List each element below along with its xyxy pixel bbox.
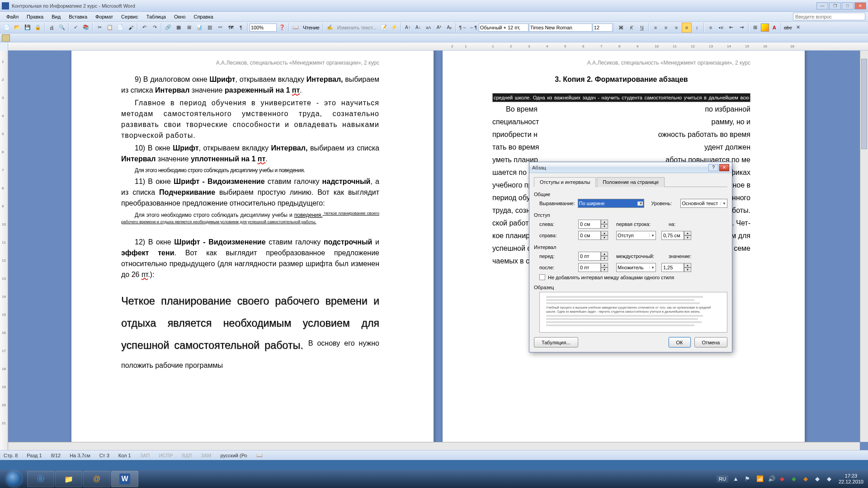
rtl-icon[interactable]: ←¶ xyxy=(468,23,478,33)
borders-icon[interactable]: ⊞ xyxy=(750,23,760,33)
help-icon[interactable]: ❓ xyxy=(277,23,287,33)
vertical-scrollbar[interactable] xyxy=(860,51,868,442)
zoom-selector[interactable] xyxy=(250,23,277,32)
style-selector[interactable] xyxy=(479,23,528,32)
table-border-icon[interactable]: ▦ xyxy=(174,23,184,33)
dialog-titlebar[interactable]: Абзац ? ✕ xyxy=(529,162,732,173)
tray-app5-icon[interactable]: ◆ xyxy=(827,475,834,483)
line-spacing-value-spinner[interactable]: ▲▼ xyxy=(661,263,692,272)
dialog-help-button[interactable]: ? xyxy=(708,164,718,171)
help-search-input[interactable] xyxy=(793,13,865,20)
horizontal-scrollbar[interactable] xyxy=(8,442,860,450)
left-indent-spinner[interactable]: ▲▼ xyxy=(578,220,609,229)
line-spacing-selector[interactable]: Множитель▼ xyxy=(616,263,656,272)
document-page-left[interactable]: А.А.Лесиков, специальность «Менеджмент о… xyxy=(71,51,434,442)
doc-map-icon[interactable]: 🗺 xyxy=(226,23,236,33)
bullet-list-icon[interactable]: •≡ xyxy=(716,23,726,33)
start-button[interactable] xyxy=(2,470,26,488)
align-center-icon[interactable]: ≡ xyxy=(661,23,671,33)
tab-indents[interactable]: Отступы и интервалы xyxy=(534,177,596,187)
vertical-ruler[interactable]: 12 34 56 78 910 1112 1314 1516 1718 1920… xyxy=(0,51,8,450)
menu-help[interactable]: Справка xyxy=(190,13,217,20)
excel-icon[interactable]: 📊 xyxy=(194,23,204,33)
numbered-list-icon[interactable]: ≡ xyxy=(706,23,716,33)
language-indicator[interactable]: RU xyxy=(717,475,728,483)
before-spinner[interactable]: ▲▼ xyxy=(578,252,609,261)
tab-position[interactable]: Положение на странице xyxy=(597,177,665,187)
line-spacing-icon[interactable]: ↕ xyxy=(692,23,702,33)
align-right-icon[interactable]: ≡ xyxy=(671,23,681,33)
increase-indent-icon[interactable]: ⇥ xyxy=(737,23,747,33)
right-indent-spinner[interactable]: ▲▼ xyxy=(578,231,609,240)
italic-icon[interactable]: К xyxy=(627,23,637,33)
ltr-icon[interactable]: ¶→ xyxy=(458,23,468,33)
font-shrink-icon[interactable]: A↓ xyxy=(413,23,423,33)
decrease-indent-icon[interactable]: ⇤ xyxy=(726,23,736,33)
menu-table[interactable]: Таблица xyxy=(143,13,170,20)
font-color-icon[interactable]: A xyxy=(769,23,779,33)
tabs-button[interactable]: Табуляция... xyxy=(534,337,578,347)
underline-icon[interactable]: Ч xyxy=(637,23,647,33)
size-selector[interactable] xyxy=(593,23,613,32)
align-left-icon[interactable]: ≡ xyxy=(651,23,660,33)
close-button[interactable]: ✕ xyxy=(854,2,866,9)
subscript-icon[interactable]: A₂ xyxy=(444,23,454,33)
paste-icon[interactable]: 📄 xyxy=(115,23,125,33)
format-painter-icon[interactable]: 🖌 xyxy=(126,23,136,33)
restore-button[interactable]: ❐ xyxy=(829,2,841,9)
reading-label[interactable]: Чтение xyxy=(301,25,321,30)
columns-icon[interactable]: ▥ xyxy=(205,23,215,33)
save-icon[interactable]: 💾 xyxy=(23,23,33,33)
after-spinner[interactable]: ▲▼ xyxy=(578,263,609,272)
status-language[interactable]: русский (Ро xyxy=(220,453,247,458)
status-trackchanges[interactable]: ИСПР xyxy=(159,453,173,458)
menu-edit[interactable]: Правка xyxy=(23,13,47,20)
align-justify-icon[interactable]: ≡ xyxy=(682,23,692,33)
status-overtype[interactable]: ЗАМ xyxy=(201,453,211,458)
copy-icon[interactable]: 📋 xyxy=(105,23,115,33)
alignment-selector[interactable]: По ширине▼ xyxy=(578,199,644,208)
menu-file[interactable]: Файл xyxy=(3,13,22,20)
small-caps-icon[interactable]: aA xyxy=(424,23,434,33)
hyperlink-icon[interactable]: 🔗 xyxy=(163,23,173,33)
preview-icon[interactable]: 🔍 xyxy=(57,23,67,33)
toolbar-grip-icon[interactable] xyxy=(2,34,10,42)
menu-insert[interactable]: Вставка xyxy=(65,13,91,20)
first-line-selector[interactable]: Отступ▼ xyxy=(616,231,656,240)
cancel-button[interactable]: Отмена xyxy=(694,337,727,347)
menu-window[interactable]: Окно xyxy=(170,13,189,20)
horizontal-ruler[interactable]: 2 1 1 2 3 4 5 6 7 8 9 10 11 12 13 14 15 … xyxy=(0,42,868,51)
tray-network-icon[interactable]: 📶 xyxy=(756,475,764,483)
spellcheck-icon[interactable]: ✓ xyxy=(71,23,80,33)
tray-volume-icon[interactable]: 🔊 xyxy=(768,475,775,483)
permissions-icon[interactable]: 🔒 xyxy=(33,23,43,33)
open-icon[interactable]: 📂 xyxy=(12,23,22,33)
tray-app4-icon[interactable]: ◆ xyxy=(815,475,822,483)
tray-app2-icon[interactable]: ◆ xyxy=(792,475,799,483)
strikethrough-icon[interactable]: abc xyxy=(783,23,793,33)
autoformat-icon[interactable]: ⚡ xyxy=(389,23,399,33)
status-extend[interactable]: ВДЛ xyxy=(182,453,192,458)
bold-icon[interactable]: Ж xyxy=(616,23,626,33)
taskbar-mail[interactable]: @ xyxy=(83,471,110,487)
highlight-color-icon[interactable] xyxy=(761,23,769,32)
superscript-icon[interactable]: A² xyxy=(434,23,444,33)
drawing-icon[interactable]: ✏ xyxy=(215,23,225,33)
status-record[interactable]: ЗАП xyxy=(140,453,150,458)
tray-action-center-icon[interactable]: ⚑ xyxy=(745,475,752,483)
menu-format[interactable]: Формат xyxy=(92,13,117,20)
clear-formatting-icon[interactable]: ✕ xyxy=(793,23,803,33)
maximize-button[interactable]: □ xyxy=(842,2,854,9)
change-text-label[interactable]: Изменить текст... xyxy=(335,25,378,30)
tray-app1-icon[interactable]: ◆ xyxy=(780,475,787,483)
menu-view[interactable]: Вид xyxy=(48,13,64,20)
reading-layout-icon[interactable]: 📖 xyxy=(291,23,301,33)
research-icon[interactable]: 📚 xyxy=(81,23,91,33)
dialog-close-button[interactable]: ✕ xyxy=(719,164,729,171)
show-marks-icon[interactable]: ¶ xyxy=(236,23,246,33)
print-icon[interactable]: 🖨 xyxy=(47,23,57,33)
taskbar-ie[interactable]: ⓔ xyxy=(27,471,54,487)
tray-app3-icon[interactable]: ◆ xyxy=(803,475,811,483)
taskbar-word[interactable]: W xyxy=(111,471,138,487)
status-spellcheck-icon[interactable]: 📖 xyxy=(256,452,263,458)
